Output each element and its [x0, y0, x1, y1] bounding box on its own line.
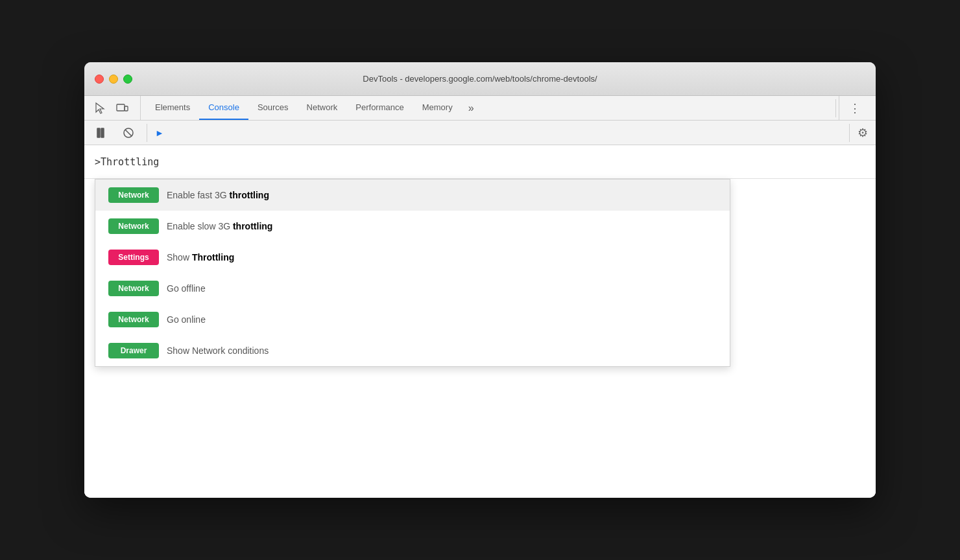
command-dropdown: Network Enable fast 3G throttling Networ… [95, 179, 730, 367]
dropdown-item-fast3g[interactable]: Network Enable fast 3G throttling [95, 180, 730, 211]
ban-icon [122, 126, 135, 139]
devtools-panel: Elements Console Sources Network Perform… [84, 96, 876, 498]
tab-sources[interactable]: Sources [248, 96, 298, 120]
badge-drawer-network-conditions: Drawer [108, 343, 159, 358]
tab-memory[interactable]: Memory [413, 96, 462, 120]
cursor-icon [93, 102, 106, 115]
close-button[interactable] [95, 75, 104, 84]
command-prompt-text: >Throttling [95, 156, 159, 168]
item-text-fast3g: Enable fast 3G throttling [167, 190, 269, 200]
window-title: DevTools - developers.google.com/web/too… [363, 74, 597, 84]
svg-rect-2 [97, 128, 100, 137]
main-toolbar: Elements Console Sources Network Perform… [84, 96, 876, 121]
title-bar: DevTools - developers.google.com/web/too… [84, 62, 876, 96]
dropdown-item-go-online[interactable]: Network Go online [95, 304, 730, 335]
item-text-network-conditions: Show Network conditions [167, 345, 269, 356]
kebab-icon: ⋮ [849, 101, 861, 115]
traffic-lights [95, 75, 132, 84]
item-text-settings-throttling: Show Throttling [167, 252, 234, 262]
tab-network[interactable]: Network [298, 96, 347, 120]
play-icon-button[interactable] [92, 123, 113, 143]
cursor-icon-button[interactable] [90, 99, 110, 118]
tab-elements[interactable]: Elements [146, 96, 199, 120]
svg-rect-0 [117, 104, 125, 111]
item-text-slow3g: Enable slow 3G throttling [167, 221, 272, 231]
item-text-go-online: Go online [167, 314, 206, 325]
maximize-button[interactable] [123, 75, 132, 84]
svg-rect-3 [101, 128, 104, 137]
badge-network-fast3g: Network [108, 187, 159, 203]
command-input-area[interactable]: >Throttling [84, 145, 876, 179]
badge-network-go-offline: Network [108, 281, 159, 296]
main-tabs: Elements Console Sources Network Perform… [141, 96, 833, 120]
minimize-button[interactable] [109, 75, 118, 84]
svg-rect-1 [125, 106, 128, 111]
responsive-icon [115, 102, 128, 115]
play-icon [96, 126, 109, 139]
item-text-go-offline: Go offline [167, 283, 206, 294]
badge-network-slow3g: Network [108, 218, 159, 234]
dropdown-item-slow3g[interactable]: Network Enable slow 3G throttling [95, 211, 730, 242]
badge-network-go-online: Network [108, 312, 159, 327]
responsive-icon-button[interactable] [112, 99, 132, 118]
ban-icon-button[interactable] [118, 123, 139, 143]
toolbar2-divider [147, 124, 147, 142]
tab-performance[interactable]: Performance [346, 96, 413, 120]
dropdown-item-settings-throttling[interactable]: Settings Show Throttling [95, 242, 730, 273]
toolbar-right: ⋮ [839, 96, 870, 120]
toolbar2-right-divider [849, 124, 850, 142]
kebab-menu-button[interactable]: ⋮ [845, 99, 865, 118]
expand-chevron-icon[interactable]: ► [155, 128, 164, 138]
toolbar-left [90, 96, 141, 120]
browser-window: DevTools - developers.google.com/web/too… [84, 62, 876, 498]
tab-console[interactable]: Console [199, 96, 248, 120]
badge-settings-throttling: Settings [108, 250, 159, 265]
more-tabs-button[interactable]: » [462, 96, 481, 120]
main-content: >Throttling Network Enable fast 3G throt… [84, 145, 876, 498]
secondary-toolbar: ► ⚙ [84, 121, 876, 145]
settings-gear-icon[interactable]: ⚙ [858, 126, 868, 140]
dropdown-item-go-offline[interactable]: Network Go offline [95, 273, 730, 304]
dropdown-item-network-conditions[interactable]: Drawer Show Network conditions [95, 335, 730, 366]
svg-line-5 [125, 130, 132, 136]
toolbar-divider [835, 99, 836, 117]
